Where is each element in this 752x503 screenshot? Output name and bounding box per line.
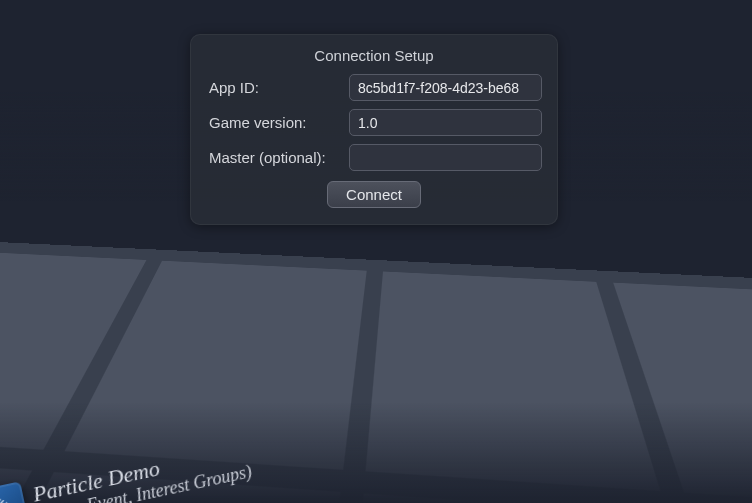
floor-tile: [366, 271, 661, 491]
floor-tile: [322, 493, 752, 503]
panel-title: Connection Setup: [209, 47, 539, 64]
row-master: Master (optional):: [209, 144, 539, 171]
label-app-id: App ID:: [209, 79, 339, 96]
connect-button[interactable]: Connect: [327, 181, 421, 208]
photon-swirl-icon: [0, 481, 31, 503]
connection-setup-panel: Connection Setup App ID: Game version: M…: [190, 34, 558, 225]
label-master: Master (optional):: [209, 149, 339, 166]
row-game-version: Game version:: [209, 109, 539, 136]
row-app-id: App ID:: [209, 74, 539, 101]
input-game-version[interactable]: [349, 109, 542, 136]
input-master[interactable]: [349, 144, 542, 171]
label-game-version: Game version:: [209, 114, 339, 131]
input-app-id[interactable]: [349, 74, 542, 101]
button-row: Connect: [209, 181, 539, 208]
